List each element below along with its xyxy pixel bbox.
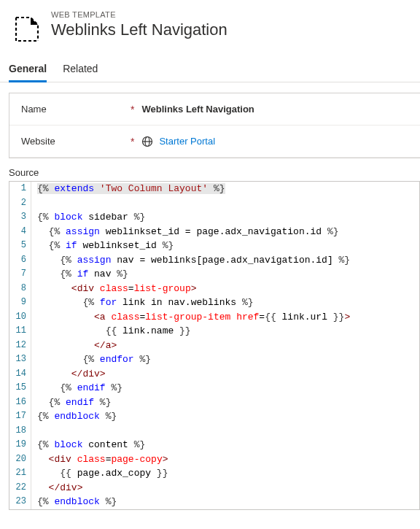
code-content[interactable]: </div> bbox=[31, 367, 106, 382]
source-label: Source bbox=[0, 158, 420, 179]
line-number: 1 bbox=[9, 182, 31, 196]
line-number: 6 bbox=[9, 253, 31, 268]
code-content[interactable]: {% endif %} bbox=[31, 381, 122, 395]
code-content[interactable]: {% extends 'Two Column Layout' %} bbox=[31, 182, 225, 196]
line-number: 13 bbox=[9, 352, 31, 367]
line-number: 7 bbox=[9, 267, 31, 282]
entity-type-label: WEB TEMPLATE bbox=[51, 10, 228, 19]
code-line[interactable]: 8 <div class=list-group> bbox=[9, 282, 419, 296]
tab-related[interactable]: Related bbox=[63, 63, 98, 82]
field-website: Website * Starter Portal bbox=[9, 126, 420, 158]
code-line[interactable]: 22 </div> bbox=[9, 481, 419, 495]
code-content[interactable]: {% if weblinkset_id %} bbox=[31, 239, 174, 253]
tab-general[interactable]: General bbox=[9, 63, 47, 82]
name-label: Name bbox=[21, 104, 131, 115]
line-number: 8 bbox=[9, 282, 31, 296]
code-line[interactable]: 12 </a> bbox=[9, 339, 419, 353]
code-line[interactable]: 14 </div> bbox=[9, 367, 419, 382]
line-number: 21 bbox=[9, 466, 31, 481]
line-number: 23 bbox=[9, 495, 31, 509]
line-number: 15 bbox=[9, 381, 31, 395]
code-line[interactable]: 9 {% for link in nav.weblinks %} bbox=[9, 296, 419, 310]
code-content[interactable]: {% endblock %} bbox=[31, 495, 117, 509]
code-content[interactable]: {{ page.adx_copy }} bbox=[31, 466, 168, 481]
website-lookup[interactable]: Starter Portal bbox=[141, 136, 215, 147]
line-number: 17 bbox=[9, 409, 31, 424]
website-value[interactable]: Starter Portal bbox=[159, 136, 215, 147]
tab-bar: General Related bbox=[0, 47, 420, 82]
code-content[interactable]: {% block content %} bbox=[31, 438, 145, 452]
line-number: 12 bbox=[9, 339, 31, 353]
code-content[interactable]: </div> bbox=[31, 481, 82, 495]
name-input[interactable]: Weblinks Left Navigation bbox=[141, 104, 254, 115]
template-icon bbox=[13, 15, 41, 42]
code-content[interactable]: {% block sidebar %} bbox=[31, 210, 145, 225]
code-line[interactable]: 7 {% if nav %} bbox=[9, 267, 419, 282]
code-line[interactable]: 10 <a class=list-group-item href={{ link… bbox=[9, 310, 419, 325]
line-number: 10 bbox=[9, 310, 31, 325]
line-number: 9 bbox=[9, 296, 31, 310]
code-line[interactable]: 23{% endblock %} bbox=[9, 495, 419, 509]
code-line[interactable]: 21 {{ page.adx_copy }} bbox=[9, 466, 419, 481]
code-content[interactable]: {{ link.name }} bbox=[31, 324, 191, 339]
code-line[interactable]: 1{% extends 'Two Column Layout' %} bbox=[9, 182, 419, 196]
line-number: 4 bbox=[9, 225, 31, 239]
line-number: 2 bbox=[9, 196, 31, 211]
code-content[interactable]: <div class=list-group> bbox=[31, 282, 197, 296]
code-line[interactable]: 13 {% endfor %} bbox=[9, 352, 419, 367]
code-content[interactable]: </a> bbox=[31, 339, 117, 353]
code-line[interactable]: 4 {% assign weblinkset_id = page.adx_nav… bbox=[9, 225, 419, 239]
line-number: 18 bbox=[9, 424, 31, 439]
line-number: 22 bbox=[9, 481, 31, 495]
code-line[interactable]: 16 {% endif %} bbox=[9, 395, 419, 410]
line-number: 5 bbox=[9, 239, 31, 253]
line-number: 16 bbox=[9, 395, 31, 410]
website-label: Website bbox=[21, 136, 131, 147]
code-content[interactable]: {% if nav %} bbox=[31, 267, 128, 282]
code-line[interactable]: 11 {{ link.name }} bbox=[9, 324, 419, 339]
code-line[interactable]: 17{% endblock %} bbox=[9, 409, 419, 424]
page-header: WEB TEMPLATE Weblinks Left Navigation bbox=[0, 0, 420, 47]
line-number: 14 bbox=[9, 367, 31, 382]
code-content[interactable]: {% endblock %} bbox=[31, 409, 117, 424]
code-content[interactable]: {% assign nav = weblinks[page.adx_naviga… bbox=[31, 253, 350, 268]
code-content[interactable]: <a class=list-group-item href={{ link.ur… bbox=[31, 310, 350, 325]
code-line[interactable]: 5 {% if weblinkset_id %} bbox=[9, 239, 419, 253]
globe-icon bbox=[141, 136, 153, 147]
line-number: 3 bbox=[9, 210, 31, 225]
field-name: Name * Weblinks Left Navigation bbox=[9, 93, 420, 126]
source-editor[interactable]: 1{% extends 'Two Column Layout' %}2 3{% … bbox=[9, 181, 420, 510]
page-title: Weblinks Left Navigation bbox=[51, 20, 228, 39]
code-content[interactable] bbox=[31, 196, 43, 211]
code-content[interactable]: {% for link in nav.weblinks %} bbox=[31, 296, 254, 310]
code-line[interactable]: 18 bbox=[9, 424, 419, 439]
code-line[interactable]: 19{% block content %} bbox=[9, 438, 419, 452]
code-content[interactable]: {% assign weblinkset_id = page.adx_navig… bbox=[31, 225, 339, 239]
line-number: 11 bbox=[9, 324, 31, 339]
line-number: 19 bbox=[9, 438, 31, 452]
code-line[interactable]: 20 <div class=page-copy> bbox=[9, 452, 419, 467]
required-indicator: * bbox=[131, 136, 134, 147]
line-number: 20 bbox=[9, 452, 31, 467]
form-panel: Name * Weblinks Left Navigation Website … bbox=[9, 93, 420, 158]
code-line[interactable]: 2 bbox=[9, 196, 419, 211]
code-content[interactable]: {% endif %} bbox=[31, 395, 111, 410]
code-content[interactable]: {% endfor %} bbox=[31, 352, 151, 367]
code-line[interactable]: 3{% block sidebar %} bbox=[9, 210, 419, 225]
code-line[interactable]: 6 {% assign nav = weblinks[page.adx_navi… bbox=[9, 253, 419, 268]
code-content[interactable]: <div class=page-copy> bbox=[31, 452, 168, 467]
code-line[interactable]: 15 {% endif %} bbox=[9, 381, 419, 395]
required-indicator: * bbox=[131, 104, 134, 115]
code-content[interactable] bbox=[31, 424, 43, 439]
